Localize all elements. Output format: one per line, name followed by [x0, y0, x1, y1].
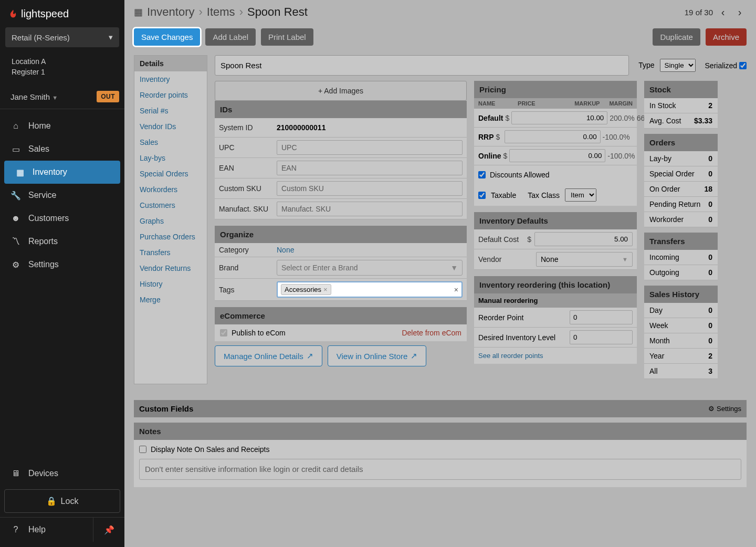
tag-remove[interactable]: × — [323, 286, 328, 293]
chevron-down-icon: ▼ — [622, 256, 628, 262]
nav-inventory[interactable]: ▦Inventory — [4, 161, 120, 184]
nav-settings[interactable]: ⚙Settings — [0, 253, 124, 276]
subnav-details[interactable]: Details — [134, 56, 207, 71]
publish-ecom-checkbox[interactable] — [220, 329, 227, 336]
add-images-button[interactable]: + Add Images — [215, 81, 467, 101]
stock-header: Stock — [644, 81, 718, 98]
price-online-input[interactable] — [509, 149, 605, 162]
manual-reorder-header: Manual reordering — [474, 293, 637, 308]
external-link-icon: ↗ — [411, 351, 417, 361]
home-icon: ⌂ — [10, 121, 21, 131]
subnav-special-orders[interactable]: Special Orders — [134, 166, 207, 182]
out-badge[interactable]: OUT — [97, 91, 119, 102]
item-name-input[interactable] — [215, 55, 629, 76]
gear-icon: ⚙ — [10, 259, 21, 270]
tags-clear[interactable]: × — [454, 286, 458, 294]
nav-home[interactable]: ⌂Home — [0, 114, 124, 138]
subnav-workorders[interactable]: Workorders — [134, 182, 207, 197]
flame-icon — [8, 7, 18, 20]
vendor-select[interactable]: None▼ — [536, 252, 633, 267]
mfr-sku-input[interactable] — [277, 202, 463, 216]
subnav-inventory[interactable]: Inventory — [134, 71, 207, 87]
nav-service[interactable]: 🔧Service — [0, 184, 124, 207]
breadcrumb-items[interactable]: Items — [207, 5, 235, 19]
ean-input[interactable] — [277, 161, 463, 175]
display-note-checkbox[interactable] — [139, 446, 146, 453]
external-link-icon: ↗ — [307, 351, 313, 361]
tax-class-select[interactable]: Item — [565, 188, 596, 202]
subnav-reorder[interactable]: Reorder points — [134, 87, 207, 103]
breadcrumb-current: Spoon Rest — [247, 5, 308, 19]
subnav-sales[interactable]: Sales — [134, 134, 207, 150]
subnav-transfers[interactable]: Transfers — [134, 245, 207, 260]
custom-sku-input[interactable] — [277, 181, 463, 196]
sales-history-header: Sales History — [644, 286, 718, 303]
view-store-button[interactable]: View in Online Store↗ — [328, 345, 427, 366]
nav-reports[interactable]: 〽Reports — [0, 230, 124, 253]
nav-help[interactable]: ?Help — [0, 518, 93, 541]
top-bar: ▦ Inventory › Items › Spoon Rest 19 of 3… — [124, 0, 756, 24]
sales-icon: ▭ — [10, 144, 21, 154]
custom-fields-header: Custom Fields ⚙Settings — [134, 400, 747, 417]
serialized-checkbox[interactable] — [739, 62, 747, 69]
pricing-header: Pricing — [474, 81, 637, 98]
type-select[interactable]: Single — [660, 59, 696, 72]
inventory-icon: ▦ — [15, 167, 25, 177]
ecom-header: eCommerce — [215, 307, 467, 324]
notes-textarea[interactable] — [139, 459, 741, 480]
subnav-customers[interactable]: Customers — [134, 197, 207, 213]
pager-prev[interactable]: ‹ — [716, 5, 730, 19]
main-nav: ⌂Home ▭Sales ▦Inventory 🔧Service ☻Custom… — [0, 109, 124, 457]
desired-level-input[interactable] — [570, 330, 633, 344]
tags-input[interactable]: Accessories× × — [277, 281, 463, 298]
default-cost-input[interactable] — [534, 232, 633, 246]
category-link[interactable]: None — [277, 246, 294, 254]
location-info: Location A Register 1 — [5, 52, 119, 81]
tag-chip: Accessories× — [281, 284, 331, 295]
subnav-laybys[interactable]: Lay-bys — [134, 150, 207, 166]
print-label-button[interactable]: Print Label — [261, 28, 313, 46]
discounts-checkbox[interactable] — [478, 171, 486, 178]
custom-fields-settings[interactable]: ⚙Settings — [708, 405, 741, 413]
user-icon: ☻ — [10, 213, 21, 224]
sub-nav: Details Inventory Reorder points Serial … — [134, 55, 207, 384]
pin-button[interactable]: 📌 — [93, 518, 124, 542]
main-panel: ▦ Inventory › Items › Spoon Rest 19 of 3… — [124, 0, 756, 547]
see-all-reorder-link[interactable]: See all reorder points — [474, 348, 637, 364]
organize-header: Organize — [215, 226, 467, 243]
breadcrumb-inventory[interactable]: Inventory — [147, 5, 195, 19]
user-row[interactable]: Jane Smith ▼ OUT — [0, 87, 124, 109]
price-rrp-input[interactable] — [505, 130, 601, 143]
manage-online-button[interactable]: Manage Online Details↗ — [215, 345, 322, 366]
inv-defaults-header: Inventory Defaults — [474, 212, 637, 229]
upc-input[interactable] — [277, 140, 463, 155]
subnav-graphs[interactable]: Graphs — [134, 213, 207, 229]
save-button[interactable]: Save Changes — [134, 28, 200, 46]
notes-header: Notes — [134, 423, 747, 440]
duplicate-button[interactable]: Duplicate — [653, 28, 700, 46]
brand-select[interactable]: Select or Enter a Brand▼ — [277, 260, 463, 276]
add-label-button[interactable]: Add Label — [205, 28, 256, 46]
pager-next[interactable]: › — [733, 5, 747, 19]
chart-icon: 〽 — [10, 236, 21, 247]
subnav-serial[interactable]: Serial #s — [134, 103, 207, 119]
reorder-point-input[interactable] — [570, 310, 633, 324]
taxable-checkbox[interactable] — [478, 192, 486, 199]
price-default-input[interactable] — [511, 111, 607, 124]
nav-sales[interactable]: ▭Sales — [0, 138, 124, 161]
delete-ecom-link[interactable]: Delete from eCom — [402, 329, 461, 337]
archive-button[interactable]: Archive — [706, 28, 747, 46]
subnav-vendor-ids[interactable]: Vendor IDs — [134, 119, 207, 134]
lock-button[interactable]: 🔒Lock — [4, 489, 120, 513]
subnav-vendor-returns[interactable]: Vendor Returns — [134, 260, 207, 276]
archive-icon: ▦ — [134, 6, 143, 18]
nav-customers[interactable]: ☻Customers — [0, 207, 124, 230]
lock-icon: 🔒 — [46, 496, 57, 506]
subnav-purchase-orders[interactable]: Purchase Orders — [134, 229, 207, 245]
series-dropdown[interactable]: Retail (R-Series) ▾ — [5, 27, 119, 47]
serialized-label: Serialized — [705, 61, 747, 70]
nav-devices[interactable]: 🖥Devices — [0, 462, 124, 485]
subnav-history[interactable]: History — [134, 276, 207, 292]
subnav-merge[interactable]: Merge — [134, 292, 207, 308]
wrench-icon: 🔧 — [10, 190, 21, 201]
